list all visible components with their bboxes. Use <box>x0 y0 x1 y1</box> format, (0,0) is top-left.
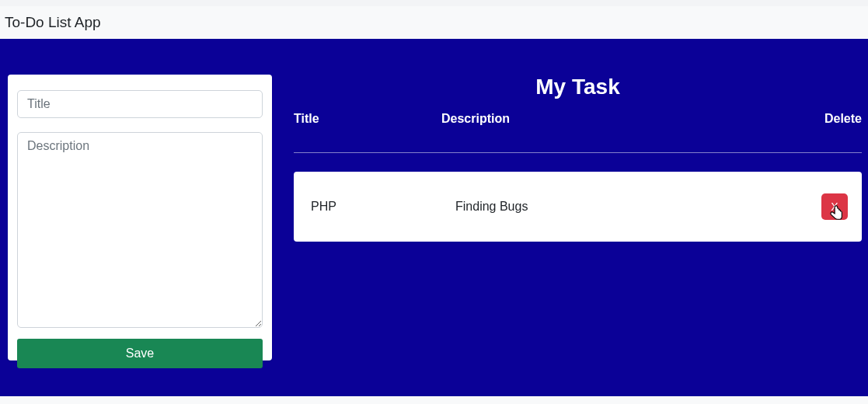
task-title: PHP <box>308 200 455 214</box>
tasks-header-row: Title Description Delete <box>294 112 862 153</box>
app-title: To-Do List App <box>0 0 868 39</box>
tasks-heading: My Task <box>294 75 862 99</box>
main-area: Save My Task Title Description Delete PH… <box>0 39 868 396</box>
column-header-description: Description <box>441 112 815 126</box>
delete-label: X <box>831 200 838 213</box>
new-task-form: Save <box>8 75 272 360</box>
task-row: PHP Finding Bugs X <box>294 172 862 242</box>
task-description: Finding Bugs <box>455 200 801 214</box>
column-header-title: Title <box>294 112 441 126</box>
description-textarea[interactable] <box>17 132 263 328</box>
title-input[interactable] <box>17 90 263 118</box>
save-button[interactable]: Save <box>17 339 263 368</box>
column-header-delete: Delete <box>815 112 862 126</box>
tasks-panel: My Task Title Description Delete PHP Fin… <box>294 75 862 360</box>
delete-button[interactable]: X <box>821 193 848 220</box>
